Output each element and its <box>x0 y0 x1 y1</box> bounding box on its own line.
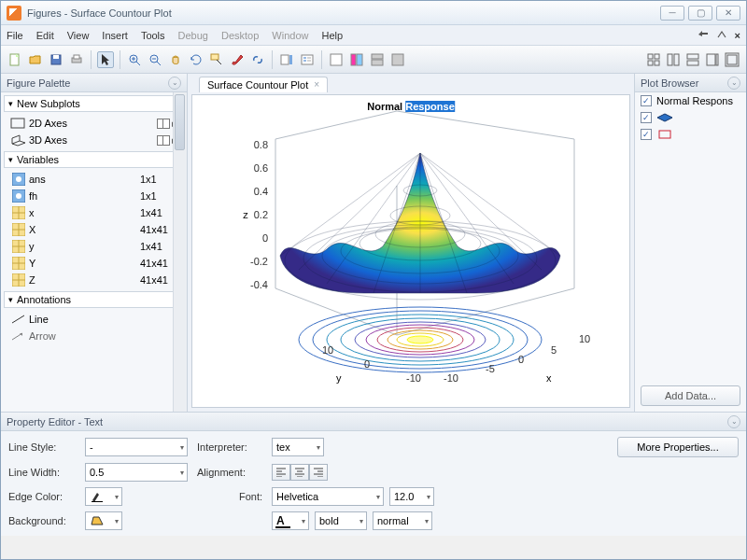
line-style-label: Line Style: <box>8 441 76 453</box>
palette-menu-icon[interactable]: ⌄ <box>168 77 181 90</box>
undock-icon[interactable] <box>698 30 709 41</box>
grid4-icon[interactable] <box>704 51 721 68</box>
variable-row[interactable]: y1x41 <box>1 238 187 255</box>
close-button[interactable]: ✕ <box>716 6 740 21</box>
tab-close-icon[interactable]: × <box>314 79 319 90</box>
variable-row[interactable]: Z41x41 <box>1 272 187 288</box>
scrollbar[interactable] <box>173 92 187 412</box>
svg-point-33 <box>16 193 21 199</box>
property-menu-icon[interactable]: ⌄ <box>727 415 740 428</box>
menu-desktop[interactable]: Desktop <box>221 30 259 41</box>
svg-rect-23 <box>687 54 698 59</box>
annotation-line[interactable]: Line <box>1 311 187 328</box>
line-width-select[interactable]: 0.5 <box>85 463 188 482</box>
panel1-icon[interactable] <box>328 51 345 68</box>
variable-row[interactable]: x1x41 <box>1 204 187 221</box>
variable-row[interactable]: Y41x41 <box>1 255 187 272</box>
grid3-icon[interactable] <box>684 51 701 68</box>
svg-rect-14 <box>372 54 383 59</box>
checkbox-icon[interactable]: ✓ <box>641 95 652 106</box>
legend-icon[interactable] <box>299 51 316 68</box>
grid-icon[interactable] <box>157 119 170 129</box>
variable-row[interactable]: fh1x1 <box>1 188 187 204</box>
grid5-icon[interactable] <box>724 51 740 68</box>
add-data-button[interactable]: Add Data... <box>641 385 740 406</box>
grid2-icon[interactable] <box>665 51 682 68</box>
edge-color-select[interactable] <box>85 487 122 506</box>
dock-up-icon[interactable] <box>716 30 727 41</box>
new-subplots-header[interactable]: New Subplots <box>4 95 184 112</box>
datacursor-icon[interactable] <box>208 51 225 68</box>
panel3-icon[interactable] <box>369 51 386 68</box>
surface-swatch-icon <box>656 113 673 122</box>
variable-row[interactable]: ans1x1 <box>1 171 187 188</box>
annotation-arrow[interactable]: Arrow <box>1 328 187 344</box>
pointer-icon[interactable] <box>97 51 114 68</box>
chart-title[interactable]: Normal Response <box>367 99 455 113</box>
checkbox-icon[interactable]: ✓ <box>641 112 652 123</box>
svg-rect-12 <box>351 54 356 65</box>
save-icon[interactable] <box>48 51 64 68</box>
menu-edit[interactable]: Edit <box>36 30 54 41</box>
menu-view[interactable]: View <box>67 30 90 41</box>
maximize-button[interactable]: ▢ <box>688 6 712 21</box>
interpreter-select[interactable]: tex <box>272 438 324 456</box>
line-width-label: Line Width: <box>8 467 76 478</box>
tab-surface-contour[interactable]: Surface Countour Plot × <box>199 77 328 92</box>
minimize-button[interactable]: ─ <box>660 6 684 21</box>
svg-text:0.4: 0.4 <box>254 186 268 197</box>
variable-row[interactable]: X41x41 <box>1 221 187 238</box>
font-color-select[interactable]: A <box>272 511 309 530</box>
panel2-icon[interactable] <box>348 51 365 68</box>
grid-icon[interactable] <box>157 135 170 146</box>
browser-item-contour[interactable]: ✓ <box>635 126 746 143</box>
plot-canvas[interactable]: Normal Response <box>191 94 630 408</box>
menu-tools[interactable]: Tools <box>141 30 165 41</box>
panel4-icon[interactable] <box>389 51 406 68</box>
font-weight-select[interactable]: bold <box>315 511 367 530</box>
background-select[interactable] <box>85 511 122 530</box>
var-icon <box>8 223 29 236</box>
line-style-select[interactable]: - <box>85 438 188 456</box>
zoom-out-icon[interactable] <box>147 51 163 68</box>
font-angle-select[interactable]: normal <box>373 511 432 530</box>
new-icon[interactable] <box>7 51 23 68</box>
font-select[interactable]: Helvetica <box>272 487 384 506</box>
axes-3d-icon <box>8 133 29 147</box>
annotations-header[interactable]: Annotations <box>4 291 184 308</box>
close-panel-icon[interactable]: × <box>735 30 740 41</box>
menu-file[interactable]: File <box>7 30 23 41</box>
open-icon[interactable] <box>27 51 44 68</box>
align-center-button[interactable] <box>290 464 309 481</box>
link-icon[interactable] <box>249 51 266 68</box>
menu-debug[interactable]: Debug <box>178 30 208 41</box>
grid1-icon[interactable] <box>645 51 662 68</box>
print-icon[interactable] <box>68 51 85 68</box>
pan-icon[interactable] <box>167 51 184 68</box>
svg-rect-24 <box>687 61 698 65</box>
more-properties-button[interactable]: More Properties... <box>617 437 739 457</box>
align-right-button[interactable] <box>309 464 328 481</box>
colorbar-icon[interactable] <box>278 51 295 68</box>
checkbox-icon[interactable]: ✓ <box>641 129 652 140</box>
variables-header[interactable]: Variables <box>4 151 184 168</box>
align-left-button[interactable] <box>272 464 290 481</box>
plot-browser-title: Plot Browser <box>641 77 698 89</box>
axes-2d-row[interactable]: 2D Axes ▸ <box>1 115 187 132</box>
menu-window[interactable]: Window <box>272 30 308 41</box>
contour-swatch-icon <box>656 130 673 139</box>
browser-item-axes[interactable]: ✓ Normal Respons <box>635 92 746 109</box>
brush-icon[interactable] <box>229 51 246 68</box>
axes-3d-row[interactable]: 3D Axes ▸ <box>1 132 187 148</box>
svg-rect-22 <box>674 54 679 65</box>
svg-rect-26 <box>716 54 718 65</box>
rotate-icon[interactable] <box>188 51 204 68</box>
browser-menu-icon[interactable]: ⌄ <box>727 77 740 90</box>
menu-help[interactable]: Help <box>321 30 343 41</box>
browser-item-surface[interactable]: ✓ <box>635 109 746 126</box>
font-size-select[interactable]: 12.0 <box>389 487 434 506</box>
svg-point-67 <box>407 336 433 343</box>
svg-rect-93 <box>659 131 670 138</box>
menu-insert[interactable]: Insert <box>102 30 128 41</box>
zoom-in-icon[interactable] <box>126 51 143 68</box>
